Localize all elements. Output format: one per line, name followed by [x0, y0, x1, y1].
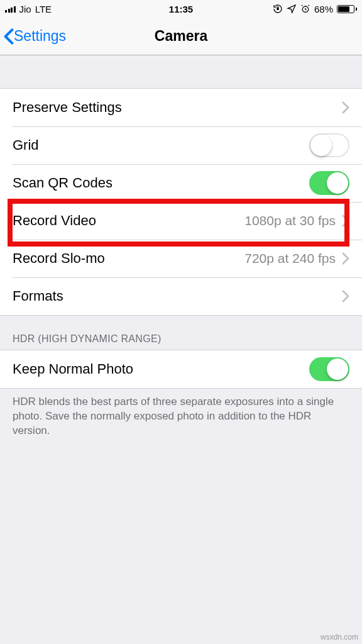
status-time: 11:35: [169, 4, 193, 14]
row-label: Preserve Settings: [13, 99, 122, 116]
row-label: Formats: [13, 288, 63, 304]
battery-icon: [337, 5, 357, 13]
record-video-row[interactable]: Record Video 1080p at 30 fps: [0, 202, 362, 240]
status-left: Jio LTE: [5, 4, 52, 14]
page-title: Camera: [155, 28, 207, 45]
hdr-section-footer: HDR blends the best parts of three separ…: [0, 389, 362, 438]
spacer: [0, 55, 362, 88]
row-label: Keep Normal Photo: [13, 361, 133, 377]
row-label: Record Slo-mo: [13, 250, 105, 267]
row-value: 1080p at 30 fps: [244, 213, 336, 228]
orientation-lock-icon: [273, 4, 283, 14]
chevron-right-icon: [342, 214, 349, 227]
status-right: 68%: [273, 4, 357, 14]
row-label: Scan QR Codes: [13, 175, 112, 191]
scan-qr-row[interactable]: Scan QR Codes: [0, 164, 362, 202]
hdr-section-header: HDR (HIGH DYNAMIC RANGE): [0, 328, 174, 350]
alarm-icon: [300, 4, 310, 14]
grid-row[interactable]: Grid: [0, 126, 362, 164]
camera-settings-section: Preserve Settings Grid Scan QR Codes Rec…: [0, 88, 362, 316]
nav-bar: Settings Camera: [0, 18, 362, 55]
chevron-right-icon: [342, 252, 349, 265]
qr-toggle[interactable]: [309, 171, 349, 195]
grid-toggle[interactable]: [309, 133, 349, 157]
network-label: LTE: [35, 4, 52, 14]
preserve-settings-row[interactable]: Preserve Settings: [0, 89, 362, 126]
keep-normal-photo-row[interactable]: Keep Normal Photo: [0, 350, 362, 388]
watermark: wsxdn.com: [321, 633, 358, 641]
carrier-label: Jio: [19, 4, 31, 14]
back-label: Settings: [14, 28, 66, 45]
battery-percent: 68%: [314, 4, 333, 14]
chevron-right-icon: [342, 290, 349, 303]
keep-normal-toggle[interactable]: [309, 357, 349, 381]
formats-row[interactable]: Formats: [0, 277, 362, 315]
cellular-signal-icon: [5, 5, 16, 13]
status-bar: Jio LTE 11:35 68%: [0, 0, 362, 18]
row-value: 720p at 240 fps: [244, 251, 336, 266]
row-label: Record Video: [13, 213, 96, 229]
chevron-right-icon: [342, 101, 349, 114]
back-button[interactable]: Settings: [0, 28, 66, 45]
record-slomo-row[interactable]: Record Slo-mo 720p at 240 fps: [0, 240, 362, 277]
location-icon: [287, 4, 297, 14]
chevron-left-icon: [4, 28, 14, 45]
row-label: Grid: [13, 137, 39, 153]
svg-rect-0: [277, 8, 278, 10]
hdr-section: Keep Normal Photo: [0, 350, 362, 389]
